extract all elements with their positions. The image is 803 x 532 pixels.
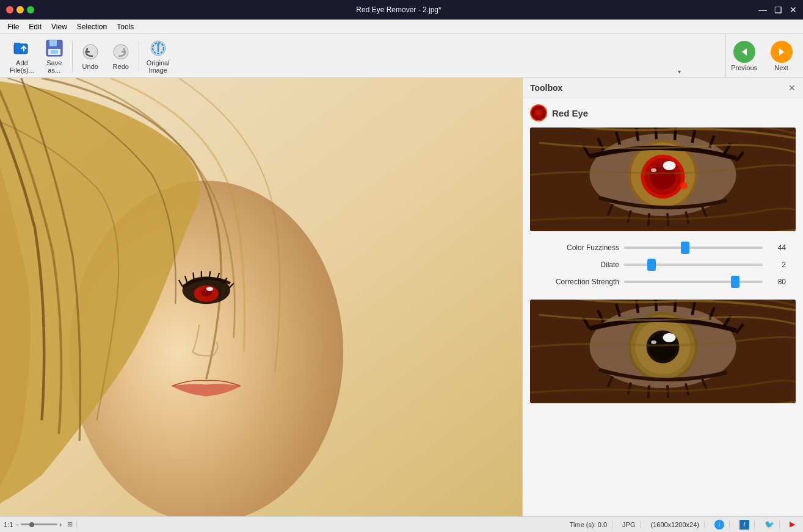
save-as-button[interactable]: Saveas... xyxy=(39,36,70,76)
after-eye-svg xyxy=(530,300,796,403)
color-fuzziness-fill xyxy=(624,246,685,249)
status-format: JPG xyxy=(617,521,641,528)
main-content: Toolbox ✕ Red Eye xyxy=(0,78,803,516)
info-icon[interactable]: i xyxy=(714,520,724,530)
svg-point-8 xyxy=(114,45,128,59)
format-label: JPG xyxy=(622,521,635,528)
maximize-button[interactable]: ❑ xyxy=(774,5,782,15)
status-right: Time (s): 0.0 JPG (1600x1200x24) i f 🐦 ▶ xyxy=(561,520,803,530)
dilate-value: 2 xyxy=(768,261,786,269)
previous-label: Previous xyxy=(731,64,757,71)
zoom-slider[interactable] xyxy=(21,523,57,525)
add-files-button[interactable]: AddFile(s)... xyxy=(5,36,39,76)
redo-button[interactable]: Redo xyxy=(106,40,136,73)
facebook-icon[interactable]: f xyxy=(739,520,749,530)
menu-file[interactable]: File xyxy=(2,21,24,32)
time-label: Time (s): 0.0 xyxy=(570,521,607,528)
zoom-level: 1:1 xyxy=(4,521,13,528)
separator-1 xyxy=(72,41,73,71)
svg-point-7 xyxy=(83,45,98,59)
dilate-row: Dilate 2 xyxy=(540,261,786,269)
undo-label: Undo xyxy=(82,63,98,70)
svg-point-30 xyxy=(651,168,656,172)
separator-2 xyxy=(139,41,139,71)
previous-button[interactable]: Previous xyxy=(726,38,762,74)
status-twitter-icon[interactable]: 🐦 xyxy=(760,520,780,529)
color-fuzziness-value: 44 xyxy=(768,243,786,252)
status-youtube-icon[interactable]: ▶ xyxy=(785,520,799,528)
color-fuzziness-thumb[interactable] xyxy=(681,242,689,254)
next-button[interactable]: Next xyxy=(765,38,798,74)
svg-point-31 xyxy=(680,182,688,190)
add-files-icon xyxy=(12,38,32,58)
zoom-plus-button[interactable]: + xyxy=(59,521,62,528)
before-eye-preview xyxy=(530,128,796,231)
zoom-minus-button[interactable]: − xyxy=(15,521,19,528)
scroll-icon: ⊞ xyxy=(67,520,73,528)
status-info-icon[interactable]: i xyxy=(710,520,730,530)
youtube-icon[interactable]: ▶ xyxy=(790,520,794,528)
canvas-area[interactable] xyxy=(0,78,522,516)
svg-rect-6 xyxy=(51,50,58,54)
next-label: Next xyxy=(774,64,788,71)
correction-strength-label: Correction Strength xyxy=(540,278,619,286)
menu-edit[interactable]: Edit xyxy=(24,21,46,32)
status-time: Time (s): 0.0 xyxy=(565,521,612,528)
correction-strength-thumb[interactable] xyxy=(731,276,739,288)
title-bar: Red Eye Remover - 2.jpg* — ❑ ✕ xyxy=(0,0,803,20)
correction-strength-slider[interactable] xyxy=(624,281,763,283)
correction-strength-value: 80 xyxy=(768,278,786,286)
menu-selection[interactable]: Selection xyxy=(72,21,112,32)
add-files-label: AddFile(s)... xyxy=(10,59,34,74)
color-fuzziness-row: Color Fuzziness 44 xyxy=(540,243,786,252)
nav-area: Previous Next xyxy=(725,34,803,77)
previous-icon xyxy=(733,41,755,63)
svg-marker-13 xyxy=(742,48,747,56)
window-title: Red Eye Remover - 2.jpg* xyxy=(39,5,758,14)
original-image-icon xyxy=(148,38,168,58)
save-as-icon xyxy=(45,38,64,58)
undo-icon xyxy=(81,42,100,62)
color-fuzziness-slider[interactable] xyxy=(624,246,763,249)
red-eye-icon xyxy=(530,104,547,121)
toolbox-title: Toolbox xyxy=(530,83,562,93)
menu-bar: File Edit View Selection Tools xyxy=(0,20,803,34)
dilate-label: Dilate xyxy=(540,261,619,269)
status-left: 1:1 − + ⊞ xyxy=(0,520,77,528)
correction-strength-row: Correction Strength 80 xyxy=(540,278,786,286)
zoom-controls: − + xyxy=(15,521,62,528)
original-image-button[interactable]: OriginalImage xyxy=(142,36,175,76)
window-controls: — ❑ ✕ xyxy=(758,5,797,15)
menu-view[interactable]: View xyxy=(46,21,72,32)
toolbox-close-button[interactable]: ✕ xyxy=(788,83,796,93)
save-as-label: Saveas... xyxy=(46,59,62,74)
red-eye-header: Red Eye xyxy=(530,104,796,121)
traffic-light-yellow[interactable] xyxy=(16,6,24,13)
toolbox-header: Toolbox ✕ xyxy=(523,78,803,98)
traffic-lights xyxy=(6,6,34,13)
dilate-thumb[interactable] xyxy=(647,259,656,271)
twitter-icon[interactable]: 🐦 xyxy=(765,520,774,529)
svg-point-41 xyxy=(651,340,656,344)
svg-rect-4 xyxy=(49,40,57,46)
menu-tools[interactable]: Tools xyxy=(112,21,139,32)
svg-rect-1 xyxy=(14,43,20,45)
dilate-slider[interactable] xyxy=(624,264,763,266)
svg-marker-14 xyxy=(779,48,784,56)
main-image-svg xyxy=(0,78,522,516)
after-eye-preview xyxy=(530,300,796,403)
toolbar: AddFile(s)... Saveas... Undo xyxy=(0,34,803,78)
original-image-label: OriginalImage xyxy=(147,59,170,74)
undo-button[interactable]: Undo xyxy=(75,40,106,73)
zoom-slider-thumb xyxy=(29,522,34,527)
traffic-light-green[interactable] xyxy=(27,6,34,13)
close-button[interactable]: ✕ xyxy=(790,5,797,15)
sliders-section: Color Fuzziness 44 Dilate 2 xyxy=(530,239,796,300)
traffic-light-red[interactable] xyxy=(6,6,13,13)
redo-icon xyxy=(111,42,131,62)
redo-label: Redo xyxy=(113,63,129,70)
svg-point-29 xyxy=(663,161,676,170)
minimize-button[interactable]: — xyxy=(758,5,767,15)
toolbar-dropdown-arrow[interactable]: ▾ xyxy=(678,68,681,75)
status-facebook-icon[interactable]: f xyxy=(735,520,755,530)
